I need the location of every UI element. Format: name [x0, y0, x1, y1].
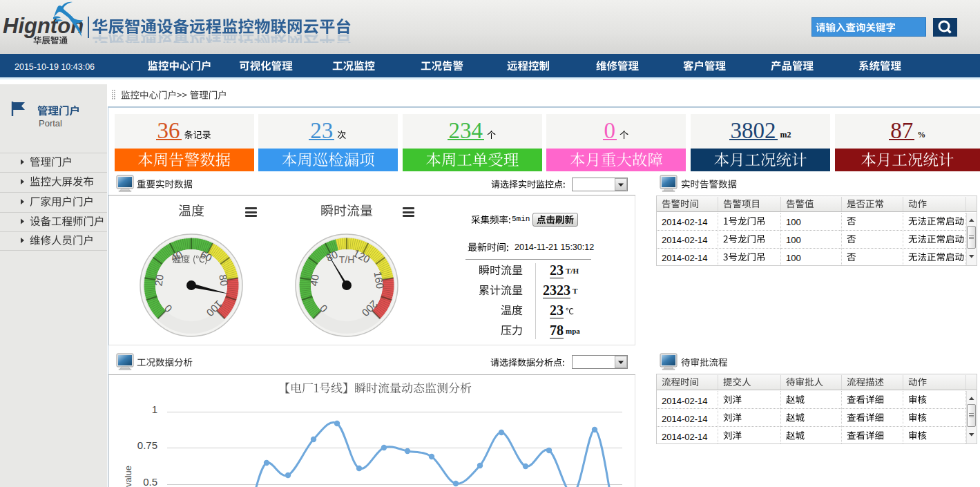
svg-text:T/H: T/H [339, 254, 355, 265]
svg-text:80: 80 [217, 274, 230, 287]
svg-text:20: 20 [152, 274, 165, 287]
svg-text:40: 40 [307, 274, 320, 287]
svg-text:value: value [123, 466, 133, 487]
